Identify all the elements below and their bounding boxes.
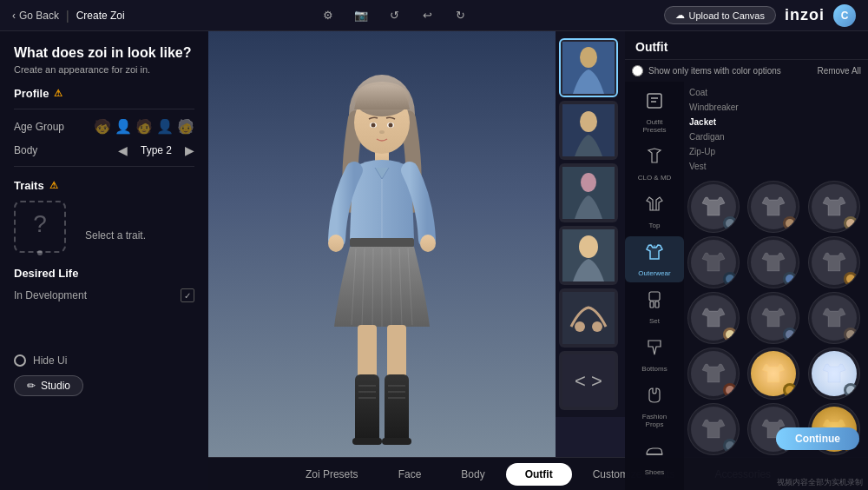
outfit-item-13[interactable] [687, 403, 740, 455]
char-thumb-1-svg [562, 42, 615, 94]
trait-dot [37, 250, 43, 255]
outfit-item-1[interactable] [687, 181, 740, 233]
continue-button[interactable]: Continue [776, 427, 859, 450]
char-thumb-1[interactable] [559, 38, 618, 97]
tab-body[interactable]: Body [442, 463, 503, 486]
body-value: Type 2 [135, 144, 178, 156]
tab-zoi-presets[interactable]: Zoi Presets [286, 463, 378, 486]
cat-fashion-props[interactable]: FashionProps [625, 380, 684, 434]
category-sidebar: OutfitPresets CLO & MD Top Outerwear [625, 82, 684, 490]
avatar: C [833, 4, 856, 27]
cat-shoes[interactable]: Shoes [625, 435, 684, 481]
subcat-coat[interactable]: Coat [689, 85, 707, 100]
outfit-item-4[interactable] [687, 236, 740, 288]
outfit-item-11-badge [783, 383, 797, 397]
svg-point-10 [592, 321, 602, 332]
subcat-vest[interactable]: Vest [689, 159, 706, 174]
char-thumb-extra-svg: < > [562, 354, 615, 407]
outfit-item-11[interactable] [747, 348, 799, 400]
char-thumb-hands[interactable] [559, 288, 618, 348]
svg-rect-50 [650, 301, 654, 308]
cat-underwear[interactable]: Underwear [625, 483, 684, 490]
outfit-item-12-badge [844, 383, 858, 397]
age-child-icon[interactable]: 👤 [115, 118, 132, 135]
color-options-radio[interactable] [632, 65, 643, 76]
outfit-item-7[interactable] [687, 292, 740, 344]
upload-icon: ☁ [675, 10, 685, 21]
subcat-cardigan[interactable]: Cardigan [689, 129, 725, 144]
left-panel: What does zoi in look like? Create an ap… [0, 31, 208, 490]
toolbar-icons: ⚙ 📷 ↺ ↩ ↻ [319, 6, 470, 25]
cat-bottoms[interactable]: Bottoms [625, 332, 684, 378]
char-thumb-4[interactable] [559, 226, 618, 285]
cat-clo-md[interactable]: CLO & MD [625, 141, 684, 187]
bottoms-icon [644, 337, 665, 362]
svg-point-48 [654, 245, 656, 248]
top-icon [644, 194, 665, 219]
char-thumb-2-svg [562, 104, 615, 156]
cat-fashion-props-label: FashionProps [642, 413, 667, 428]
svg-point-7 [579, 235, 598, 258]
body-next-button[interactable]: ▶ [185, 143, 194, 157]
outerwear-icon [644, 242, 665, 267]
desired-life-checkbox[interactable]: ✓ [181, 288, 194, 302]
studio-button[interactable]: ✏ Studio [14, 375, 83, 396]
outfit-item-6[interactable] [808, 236, 860, 288]
clo-md-icon [644, 146, 665, 171]
body-row: Body ◀ Type 2 ▶ [14, 143, 194, 157]
outfit-item-4-badge [723, 272, 737, 286]
subcat-windbreaker[interactable]: Windbreaker [689, 100, 739, 115]
subcat-zip-up[interactable]: Zip-Up [689, 144, 715, 159]
traits-label: Traits [14, 179, 44, 192]
settings-icon[interactable]: ⚙ [319, 6, 338, 25]
redo-icon[interactable]: ↻ [450, 6, 470, 25]
camera-icon[interactable]: 📷 [352, 6, 371, 25]
char-thumb-extra[interactable]: < > [559, 351, 618, 410]
body-label: Body [14, 144, 37, 156]
top-bar: ‹ Go Back | Create Zoi ⚙ 📷 ↺ ↩ ↻ ☁ Uploa… [0, 0, 868, 31]
outfit-item-8[interactable] [747, 292, 799, 344]
outfit-item-3[interactable] [808, 181, 860, 233]
back-button[interactable]: ‹ Go Back [12, 10, 59, 22]
cat-outerwear[interactable]: Outerwear [625, 236, 684, 282]
refresh-icon[interactable]: ↺ [385, 6, 404, 25]
outfit-item-10-badge [723, 383, 737, 397]
cat-bottoms-label: Bottoms [641, 365, 667, 373]
hide-ui-label: Hide Ui [33, 354, 67, 367]
hide-ui-radio[interactable] [14, 354, 26, 367]
cat-set[interactable]: Set [625, 284, 684, 330]
outfit-item-6-badge [844, 272, 858, 286]
age-senior-icon[interactable]: 🧓 [177, 118, 194, 135]
outfit-item-2[interactable] [747, 181, 799, 233]
back-label: Go Back [19, 10, 59, 22]
age-baby-icon[interactable]: 🧒 [94, 118, 111, 135]
color-options-label: Show only items with color options [648, 66, 781, 76]
set-icon [644, 289, 665, 315]
outfit-item-5[interactable] [747, 236, 799, 288]
cat-outfit-presets[interactable]: OutfitPresets [625, 85, 684, 139]
undo-icon[interactable]: ↩ [418, 6, 437, 25]
remove-all-button[interactable]: Remove All [817, 66, 861, 76]
char-thumb-3[interactable] [559, 163, 618, 222]
outfit-options-row: Show only items with color options Remov… [625, 60, 868, 82]
char-thumb-2[interactable] [559, 101, 618, 160]
tab-outfit[interactable]: Outfit [506, 463, 572, 486]
body-prev-button[interactable]: ◀ [118, 143, 128, 157]
outfit-item-9[interactable] [808, 292, 860, 344]
create-zoi-button[interactable]: Create Zoi [76, 10, 125, 22]
age-group-row: Age Group 🧒 👤 🧑 👤 🧓 [14, 118, 194, 135]
subcat-jacket[interactable]: Jacket [689, 115, 716, 129]
tab-face[interactable]: Face [379, 463, 441, 486]
age-teen-icon[interactable]: 🧑 [135, 118, 153, 135]
age-group-selector[interactable]: 🧒 👤 🧑 👤 🧓 [94, 118, 194, 135]
profile-section-header: Profile ⚠ [14, 87, 194, 100]
upload-button[interactable]: ☁ Upload to Canvas [664, 6, 776, 24]
svg-point-23 [328, 235, 344, 252]
trait-slot[interactable]: ? [14, 201, 66, 253]
outfit-item-12[interactable] [808, 348, 860, 400]
cat-top[interactable]: Top [625, 189, 684, 235]
outfit-header: Outfit [625, 31, 868, 60]
cat-top-label: Top [649, 222, 661, 229]
age-adult-icon[interactable]: 👤 [156, 118, 174, 135]
outfit-item-10[interactable] [687, 348, 740, 400]
